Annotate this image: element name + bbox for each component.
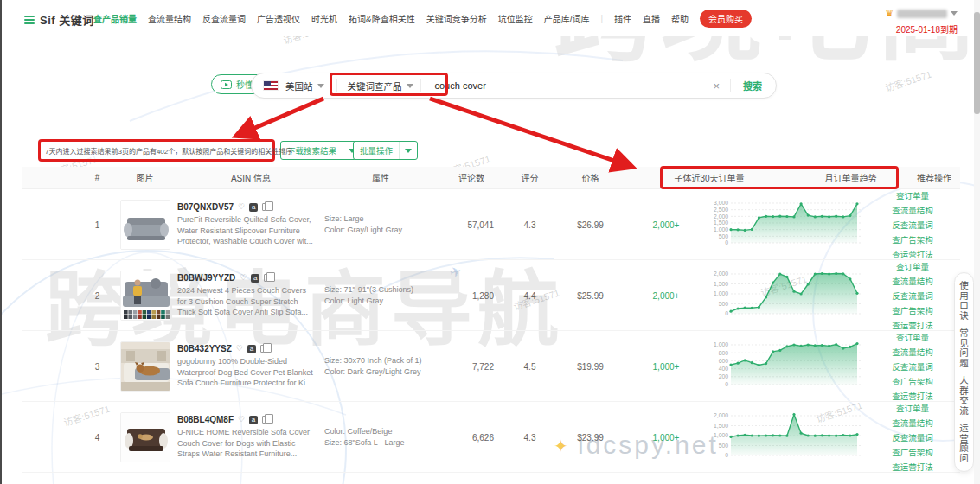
nav-item[interactable]: 时光机 [311,12,337,25]
action-link[interactable]: 反查流量词 [892,219,933,231]
trend-chart: 2,0001,5001,0005000 [705,411,865,464]
asin-text[interactable]: B0B432YYSZ [177,344,232,353]
favorite-heart-icon[interactable]: ♡ [238,416,245,424]
amazon-link-icon[interactable]: a [251,274,259,283]
action-link[interactable]: 查运营打法 [892,390,933,402]
favorite-heart-icon[interactable]: ♡ [238,203,245,211]
svg-text:0: 0 [725,452,728,458]
site-selector[interactable]: 美国站 [285,80,324,92]
action-link[interactable]: 查订单量 [896,402,929,414]
vip-purchase-button[interactable]: 会员购买 [700,10,752,28]
col-header-attrs: 属性 [324,171,437,184]
action-link[interactable]: 查运营打法 [892,461,933,473]
batch-actions-label: 批量操作 [354,144,399,156]
nav-item[interactable]: 拓词&降查相关性 [349,12,415,25]
action-link[interactable]: 查流量结构 [892,275,933,287]
row-index: 2 [82,291,112,301]
asin-text[interactable]: B08BL4QM8F [177,415,234,424]
amazon-link-icon[interactable]: a [249,203,258,212]
action-link[interactable]: 查广告架构 [892,446,933,458]
search-bar: 美国站 关键词查产品 couch cover × 搜索 [251,73,777,99]
scrollbar-thumb[interactable] [974,12,980,114]
trend-chart: 2,0001,5001,0005000 [705,269,865,322]
clear-search-icon[interactable]: × [713,80,720,92]
app-logo[interactable]: Sif 关键词 [24,11,94,28]
scrollbar-track[interactable] [974,0,980,484]
batch-actions-button[interactable]: 批量操作 [353,141,418,160]
rating-value: 4.3 [506,433,554,443]
price-value: $25.99 [554,291,627,301]
keyword-input[interactable]: couch cover [435,80,486,91]
product-image[interactable] [120,271,170,321]
hamburger-menu-icon[interactable] [24,16,35,24]
copy-icon[interactable] [260,345,267,353]
svg-text:0: 0 [725,310,728,316]
action-link[interactable]: 查流量结构 [892,204,933,216]
nav-item[interactable]: 广告透视仪 [257,12,300,25]
search-button[interactable]: 搜索 [743,79,762,92]
action-link[interactable]: 反查流量词 [892,360,933,373]
favorite-heart-icon[interactable]: ♡ [236,345,243,353]
trend-chart: 1,0008006004002000 [705,340,865,393]
action-link[interactable]: 查流量结构 [892,346,933,358]
action-link[interactable]: 查订单量 [896,260,929,272]
nav-item[interactable]: 查产品销量 [93,12,137,25]
rating-value: 4.3 [506,220,554,230]
orders-count: 2,000+ [627,220,705,230]
membership-crown-icon: ♛ [885,8,894,19]
product-image[interactable] [120,412,170,462]
nav-item[interactable]: 查流量结构 [148,12,191,25]
action-link[interactable]: 查广告架构 [892,233,933,245]
nav-divider: | [600,14,603,23]
logo-text: Sif 关键词 [40,11,94,28]
nav-item[interactable]: 关键词竞争分析 [426,12,487,25]
product-image[interactable] [120,341,170,392]
quick-menu-item[interactable]: 使用口诀 [958,281,970,321]
svg-text:400: 400 [719,366,729,372]
asin-text[interactable]: B0BWJ9YYZD [177,273,235,283]
action-link[interactable]: 查订单量 [896,189,929,201]
quick-menu-item[interactable]: 人群交流 [958,376,970,416]
chevron-down-icon[interactable] [399,142,417,159]
quick-menu-item[interactable]: 常见问题 [958,328,970,368]
chevron-down-icon[interactable] [951,11,958,16]
rating-value: 4.5 [506,362,554,372]
product-image[interactable] [120,200,170,250]
action-link[interactable]: 反查流量词 [892,431,933,443]
divider [336,79,337,92]
copy-icon[interactable] [264,274,271,282]
favorite-heart-icon[interactable]: ♡ [240,274,247,282]
col-header-reviews: 评论数 [437,171,506,184]
copy-icon[interactable] [262,416,269,424]
attr-line: Size: 71"-91"(3 Cushions) [324,284,437,296]
copy-icon[interactable] [262,203,269,211]
nav-item[interactable]: 插件 [614,12,631,25]
nav-item[interactable]: 坑位监控 [498,12,533,25]
amazon-link-icon[interactable]: a [249,416,258,424]
svg-text:2,000: 2,000 [714,271,728,277]
search-mode-selector[interactable]: 关键词查产品 [348,80,413,92]
action-link[interactable]: 查流量结构 [892,417,933,429]
action-link[interactable]: 查订单量 [896,331,929,343]
action-link[interactable]: 查广告架构 [892,375,933,387]
user-account-block[interactable]: ♛ 2025-01-18到期 [885,8,958,35]
svg-text:2,000: 2,000 [714,412,728,418]
attr-line: Color: Dark Grey/Light Grey [324,366,437,378]
nav-item[interactable]: 直播 [643,12,660,25]
asin-text[interactable]: B07QNXDV57 [177,202,234,212]
action-link[interactable]: 查运营打法 [892,248,933,260]
col-header-image: 图片 [112,171,177,184]
username-redacted [897,10,947,18]
action-link[interactable]: 查运营打法 [892,319,933,331]
table-row: 2 B0BWJ9YYZD ♡ a 2024 Newest 4 Pieces Co… [22,260,960,331]
amazon-link-icon[interactable]: a [247,345,256,353]
svg-text:500: 500 [719,233,729,239]
attr-lines: Color: Coffee/BeigeSize: 68"Sofa L - Lar… [324,426,437,449]
nav-item[interactable]: 产品库/词库 [544,12,590,25]
nav-item[interactable]: 反查流量词 [202,12,246,25]
quick-menu-item[interactable]: 运营顾问 [958,424,970,463]
video-icon [221,80,232,89]
action-link[interactable]: 反查流量词 [892,290,933,302]
action-link[interactable]: 查广告架构 [892,304,933,316]
nav-item[interactable]: 帮助 [671,12,689,25]
